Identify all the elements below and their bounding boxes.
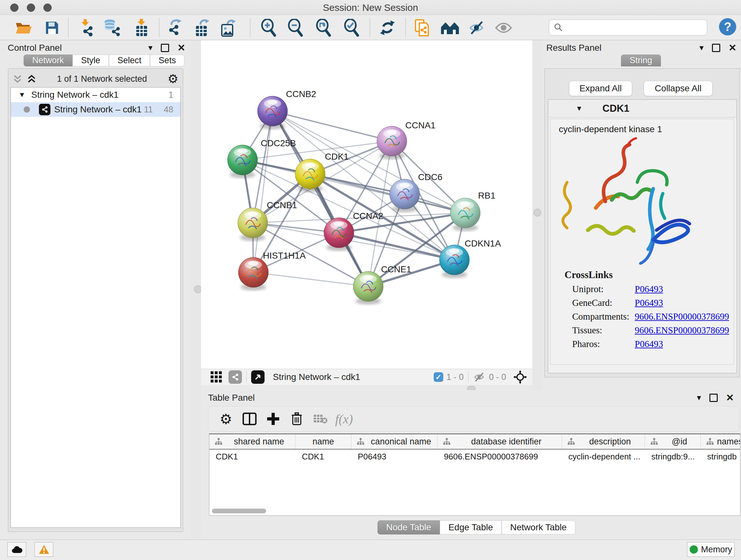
- network-node[interactable]: [450, 198, 480, 231]
- table-cell[interactable]: CDK1: [209, 449, 295, 463]
- horizontal-scrollbar[interactable]: [212, 509, 266, 513]
- node-label: CDK1: [325, 152, 349, 162]
- help-button[interactable]: ?: [719, 18, 736, 36]
- tab-string[interactable]: String: [621, 55, 661, 66]
- zoom-selected-button[interactable]: [342, 19, 361, 37]
- delete-column-trash-icon[interactable]: [285, 412, 309, 426]
- hidden-eye-slash-icon[interactable]: [473, 372, 486, 382]
- network-share-view-icon[interactable]: [228, 370, 242, 384]
- network-node[interactable]: [239, 257, 268, 291]
- network-canvas[interactable]: CCNB2CCNA1CDC25BCDK1CDC6RB1CCNB1CCNA2CDK…: [201, 40, 532, 369]
- crosslink-link[interactable]: P06493: [635, 339, 663, 349]
- float-panel-icon[interactable]: [712, 44, 720, 52]
- table-row[interactable]: CDK1CDK1P064939606.ENSP00000378699cyclin…: [209, 449, 740, 463]
- close-panel-icon[interactable]: ✕: [726, 392, 734, 403]
- network-node[interactable]: [377, 126, 407, 159]
- new-network-from-selection-button[interactable]: [413, 19, 431, 37]
- column-header-canonical-name[interactable]: canonical name: [351, 434, 437, 449]
- show-columns-icon[interactable]: [238, 413, 261, 425]
- toolbar-separator: [246, 371, 247, 383]
- table-panel: Table Panel ▾ ✕ ⚙ f(x) shared n: [203, 390, 741, 540]
- table-cell[interactable]: P06493: [351, 449, 437, 463]
- search-input[interactable]: [566, 22, 707, 33]
- global-search-field[interactable]: [549, 19, 707, 36]
- warning-status-button[interactable]: [35, 542, 53, 557]
- expand-all-button[interactable]: Expand All: [569, 81, 632, 96]
- column-header-namespace[interactable]: namespace: [701, 434, 740, 449]
- collapse-panel-icon[interactable]: ▾: [699, 43, 704, 53]
- export-image-button[interactable]: [219, 19, 238, 37]
- cloud-status-button[interactable]: [7, 542, 26, 557]
- crosslink-link[interactable]: P06493: [635, 284, 663, 294]
- export-table-button[interactable]: [193, 19, 212, 37]
- network-edge[interactable]: [253, 272, 368, 287]
- import-network-file-button[interactable]: [76, 19, 95, 37]
- table-options-gear-icon[interactable]: ⚙: [214, 411, 238, 427]
- first-neighbors-button[interactable]: [441, 19, 459, 37]
- crosslink-link[interactable]: 9606.ENSP00000378699: [635, 325, 729, 335]
- column-header-database-identifier[interactable]: database identifier: [437, 434, 562, 449]
- network-node[interactable]: [390, 179, 420, 212]
- close-panel-icon[interactable]: ✕: [178, 42, 185, 53]
- network-node[interactable]: [353, 271, 383, 305]
- float-panel-icon[interactable]: [710, 394, 718, 402]
- network-node[interactable]: [238, 208, 268, 241]
- import-network-database-button[interactable]: [103, 19, 121, 37]
- table-cell[interactable]: CDK1: [295, 449, 351, 463]
- export-network-button[interactable]: [166, 19, 185, 37]
- tab-sets[interactable]: Sets: [150, 55, 185, 66]
- column-header-name[interactable]: name: [295, 434, 351, 449]
- import-table-file-button[interactable]: [132, 19, 151, 37]
- network-node[interactable]: [440, 245, 469, 278]
- memory-button[interactable]: Memory: [687, 542, 735, 557]
- network-edge[interactable]: [253, 111, 273, 272]
- network-options-gear-icon[interactable]: ⚙: [167, 72, 179, 86]
- table-cell[interactable]: stringdb: [701, 449, 740, 463]
- save-session-button[interactable]: [43, 19, 61, 37]
- crosslink-link[interactable]: P06493: [635, 298, 663, 308]
- tab-edge-table[interactable]: Edge Table: [440, 520, 502, 535]
- show-all-button[interactable]: [494, 19, 513, 37]
- add-column-icon[interactable]: [261, 412, 285, 426]
- zoom-in-button[interactable]: [259, 19, 278, 37]
- left-splitter-grip[interactable]: [194, 286, 202, 293]
- collapse-panel-icon[interactable]: ▾: [148, 43, 152, 53]
- table-cell[interactable]: 9606.ENSP00000378699: [437, 449, 562, 463]
- table-cell[interactable]: cyclin-dependent ...: [562, 449, 645, 463]
- network-row[interactable]: String Network – cdk1 11 48: [11, 102, 180, 117]
- network-node[interactable]: [295, 159, 325, 192]
- zoom-fit-button[interactable]: [314, 19, 333, 37]
- network-node[interactable]: [324, 218, 354, 251]
- collection-expand-arrow-icon[interactable]: ▼: [18, 91, 25, 99]
- expand-all-networks-icon[interactable]: [27, 74, 37, 84]
- apply-layout-button[interactable]: [378, 19, 397, 37]
- table-cell[interactable]: stringdb:9...: [645, 449, 701, 463]
- column-header-shared-name[interactable]: shared name: [209, 434, 295, 449]
- tab-network[interactable]: Network: [23, 55, 72, 66]
- grid-view-icon[interactable]: [210, 371, 223, 383]
- gene-collapse-arrow-icon[interactable]: ▼: [576, 105, 583, 113]
- crosshair-icon[interactable]: [513, 370, 527, 384]
- collapse-all-networks-icon[interactable]: [13, 74, 22, 84]
- right-splitter-grip[interactable]: [534, 209, 541, 216]
- network-node[interactable]: [258, 96, 287, 129]
- collapse-panel-icon[interactable]: ▾: [697, 393, 701, 402]
- close-panel-icon[interactable]: ✕: [729, 42, 737, 53]
- birds-eye-view-icon[interactable]: [251, 370, 265, 384]
- float-panel-icon[interactable]: [161, 44, 169, 52]
- crosslink-link[interactable]: 9606.ENSP00000378699: [635, 311, 729, 322]
- node-label: HIST1H1A: [263, 251, 306, 260]
- tab-node-table[interactable]: Node Table: [378, 520, 440, 535]
- column-header--id[interactable]: @id: [645, 434, 701, 449]
- tab-select[interactable]: Select: [109, 55, 150, 66]
- collapse-all-button[interactable]: Collapse All: [644, 81, 713, 96]
- open-session-button[interactable]: [14, 19, 32, 37]
- network-node[interactable]: [227, 145, 258, 178]
- tab-style[interactable]: Style: [72, 55, 109, 66]
- zoom-out-button[interactable]: [286, 19, 305, 37]
- column-header-description[interactable]: description: [562, 434, 645, 449]
- hide-selection-button[interactable]: [468, 19, 486, 37]
- network-collection-row[interactable]: ▼ String Network – cdk1 1: [11, 87, 180, 102]
- tab-network-table[interactable]: Network Table: [502, 520, 576, 535]
- selected-checkbox-icon[interactable]: ✓: [434, 372, 443, 382]
